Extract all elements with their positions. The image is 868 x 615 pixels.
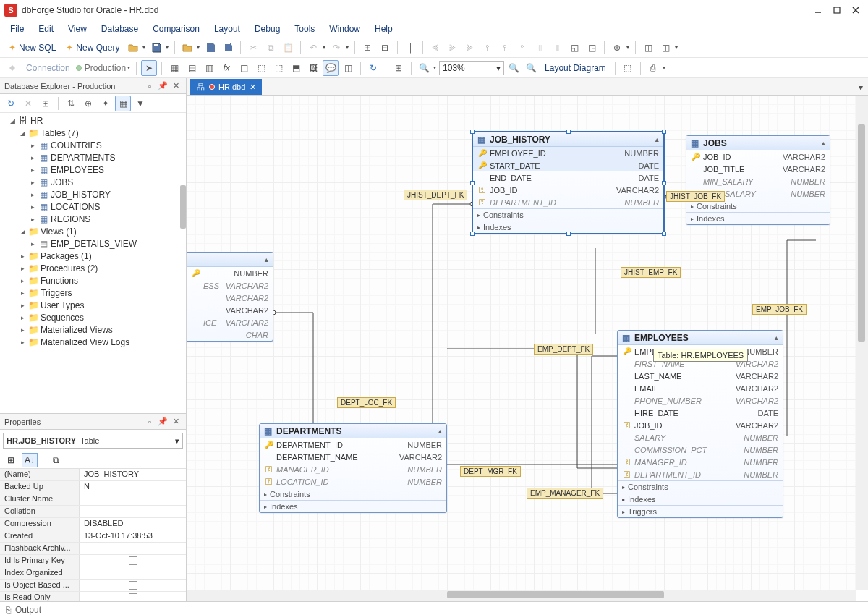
- save-all-button[interactable]: [203, 40, 218, 56]
- save-button[interactable]: [148, 40, 164, 56]
- relation-label[interactable]: EMP_MANAGER_FK: [527, 488, 603, 499]
- align-top-icon[interactable]: ⫯: [480, 40, 495, 56]
- refresh-button[interactable]: ↻: [365, 60, 381, 76]
- property-row[interactable]: Id Is Primary Key: [0, 555, 186, 567]
- property-row[interactable]: Collation: [0, 506, 186, 518]
- entity-section[interactable]: Constraints: [473, 208, 663, 221]
- filter4-button[interactable]: ▦: [115, 96, 131, 111]
- relation-tool[interactable]: ◫: [236, 60, 252, 76]
- canvas-hscrollbar[interactable]: [187, 590, 856, 601]
- relation-label[interactable]: EMP_JOB_FK: [752, 304, 807, 315]
- menu-database[interactable]: Database: [94, 22, 145, 36]
- tree-folder[interactable]: User Types: [41, 300, 84, 310]
- tree-table[interactable]: LOCATIONS: [51, 202, 100, 212]
- panel-close-icon[interactable]: ✕: [170, 416, 182, 428]
- cut-button[interactable]: ✂: [245, 40, 261, 56]
- export-button[interactable]: ⬚: [620, 60, 636, 76]
- entity-column[interactable]: ICEVARCHAR2: [187, 316, 273, 328]
- filter3-button[interactable]: ✦: [98, 96, 114, 111]
- filter1-button[interactable]: ⇅: [63, 96, 79, 111]
- open-recent-button[interactable]: [179, 40, 195, 56]
- maximize-button[interactable]: [829, 3, 845, 17]
- relation-label[interactable]: DEPT_MGR_FK: [460, 466, 521, 477]
- dist-h-icon[interactable]: ⫴: [532, 40, 548, 56]
- delete-button[interactable]: ✕: [20, 96, 36, 111]
- container-tool[interactable]: ⬚: [271, 60, 286, 76]
- view2-tool[interactable]: ▥: [201, 60, 217, 76]
- menu-debug[interactable]: Debug: [247, 22, 287, 36]
- entity-section[interactable]: Triggers: [618, 505, 783, 517]
- entity-section[interactable]: Constraints: [260, 488, 446, 500]
- property-row[interactable]: Cluster Name: [0, 493, 186, 506]
- property-row[interactable]: Is Read Only: [0, 592, 186, 601]
- table-tool[interactable]: ▦: [166, 60, 182, 76]
- tree-table[interactable]: EMPLOYEES: [51, 165, 104, 175]
- align-mid-icon[interactable]: ⫯: [497, 40, 513, 56]
- filter-button[interactable]: ▼: [132, 96, 148, 111]
- relation-label[interactable]: EMP_DEPT_FK: [534, 344, 593, 355]
- tab-close-icon[interactable]: ✕: [249, 83, 256, 90]
- property-row[interactable]: Backed UpN: [0, 481, 186, 493]
- group-tool[interactable]: ◫: [340, 60, 356, 76]
- new-query-button[interactable]: ✦New Query: [61, 43, 124, 53]
- entity-column[interactable]: MIN_SALARYNUMBER: [686, 175, 830, 187]
- tree-folder[interactable]: Materialized Views: [41, 325, 113, 335]
- new-sql-button[interactable]: ✦New SQL: [4, 43, 60, 53]
- zoom-in-button[interactable]: 🔍: [506, 60, 522, 76]
- diagram1-icon[interactable]: ⊞: [359, 40, 375, 56]
- tab-hr-dbd[interactable]: 品 HR.dbd ✕: [190, 79, 262, 95]
- tree-table[interactable]: DEPARTMENTS: [51, 153, 116, 163]
- entity-column[interactable]: ⚿DEPARTMENT_IDNUMBER: [618, 468, 783, 480]
- refresh-tree-button[interactable]: ↻: [3, 96, 19, 111]
- menu-comparison[interactable]: Comparison: [145, 22, 207, 36]
- zoom-fit-button[interactable]: 🔍: [416, 60, 432, 76]
- properties-grid[interactable]: (Name)JOB_HISTORYBacked UpNCluster NameC…: [0, 469, 186, 601]
- entity-column[interactable]: ⚿MANAGER_IDNUMBER: [260, 463, 446, 475]
- entity-departments[interactable]: ▦DEPARTMENTS▴ 🔑DEPARTMENT_IDNUMBERDEPART…: [259, 423, 447, 513]
- property-row[interactable]: CompressionDISABLED: [0, 518, 186, 530]
- menu-tools[interactable]: Tools: [287, 22, 322, 36]
- panel-pin-icon[interactable]: 📌: [157, 416, 169, 428]
- paste-button[interactable]: 📋: [280, 40, 296, 56]
- entity-column[interactable]: 🔑NUMBER: [187, 267, 273, 279]
- align-right-icon[interactable]: ⫸: [462, 40, 478, 56]
- tree-views-folder[interactable]: Views (1): [41, 226, 77, 237]
- entity-section[interactable]: Indexes: [260, 500, 446, 512]
- entity-job-history[interactable]: ▦JOB_HISTORY▴ 🔑EMPLOYEE_IDNUMBER🔑START_D…: [472, 132, 664, 234]
- entity-column[interactable]: COMMISSION_PCTNUMBER: [618, 444, 783, 456]
- zoom-combo[interactable]: 103%▾: [439, 61, 504, 75]
- prop-az-button[interactable]: A↓: [22, 453, 38, 467]
- entity-column[interactable]: 🔑JOB_IDVARCHAR2: [686, 150, 830, 163]
- canvas-vscrollbar[interactable]: [856, 96, 868, 590]
- undo-button[interactable]: ↶: [305, 40, 321, 56]
- entity-column[interactable]: ⚿MANAGER_IDNUMBER: [618, 456, 783, 468]
- tree-table[interactable]: JOBS: [51, 177, 73, 187]
- tree-tables-folder[interactable]: Tables (7): [41, 128, 79, 138]
- entity-column[interactable]: DEPARTMENT_NAMEVARCHAR2: [260, 451, 446, 463]
- relation-label[interactable]: JHIST_DEPT_FK: [404, 190, 467, 200]
- entity-column[interactable]: SALARYNUMBER: [618, 431, 783, 444]
- stamp-tool[interactable]: ⬒: [288, 60, 304, 76]
- property-row[interactable]: (Name)JOB_HISTORY: [0, 469, 186, 481]
- entity-column[interactable]: ⚿JOB_IDVARCHAR2: [618, 419, 783, 431]
- diagram2-icon[interactable]: ⊟: [377, 40, 393, 56]
- tree-folder[interactable]: Functions: [41, 276, 78, 286]
- property-row[interactable]: Flashback Archiv...: [0, 543, 186, 555]
- tree-folder[interactable]: Sequences: [41, 313, 84, 323]
- panel-window-icon[interactable]: ▫: [144, 416, 156, 428]
- align-add[interactable]: ┼: [402, 40, 418, 56]
- tree-table[interactable]: COUNTRIES: [51, 140, 102, 150]
- layout-diagram-button[interactable]: Layout Diagram: [540, 63, 610, 73]
- open-button[interactable]: [125, 40, 141, 56]
- entity-column[interactable]: PHONE_NUMBERVARCHAR2: [618, 394, 783, 407]
- tree-folder[interactable]: Procedures (2): [41, 263, 98, 273]
- db-tree[interactable]: ◢🗄HR ◢📁Tables (7) ▸▦COUNTRIES ▸▦DEPARTME…: [0, 113, 186, 413]
- entity-column[interactable]: ⚿DEPARTMENT_IDNUMBER: [473, 196, 663, 208]
- dist-v-icon[interactable]: ⫴: [549, 40, 565, 56]
- diagram-canvas[interactable]: ▴ 🔑NUMBERESSVARCHAR2VARCHAR2VARCHAR2ICEV…: [187, 96, 856, 590]
- send-back-icon[interactable]: ◲: [584, 40, 600, 56]
- align-center-icon[interactable]: ⫸: [445, 40, 461, 56]
- menu-view[interactable]: View: [61, 22, 94, 36]
- pointer-tool[interactable]: ➤: [141, 60, 157, 76]
- property-row[interactable]: Created13-Oct-10 17:38:53: [0, 530, 186, 543]
